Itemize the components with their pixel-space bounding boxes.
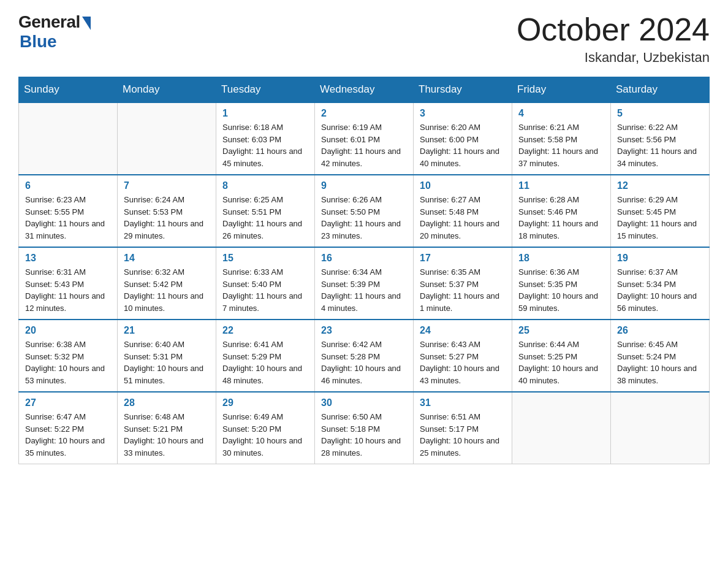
day-info: Sunrise: 6:27 AMSunset: 5:48 PMDaylight:… xyxy=(420,194,506,242)
weekday-header-monday: Monday xyxy=(118,77,216,103)
day-info: Sunrise: 6:28 AMSunset: 5:46 PMDaylight:… xyxy=(518,194,604,242)
day-number: 24 xyxy=(420,325,506,336)
calendar-cell xyxy=(118,102,216,175)
page-header: General Blue October 2024 Iskandar, Uzbe… xyxy=(18,12,710,66)
day-info: Sunrise: 6:38 AMSunset: 5:32 PMDaylight:… xyxy=(25,339,111,386)
calendar-cell: 23Sunrise: 6:42 AMSunset: 5:28 PMDayligh… xyxy=(315,320,414,392)
calendar-cell: 2Sunrise: 6:19 AMSunset: 6:01 PMDaylight… xyxy=(315,102,414,175)
weekday-header-friday: Friday xyxy=(512,77,611,103)
day-info: Sunrise: 6:34 AMSunset: 5:39 PMDaylight:… xyxy=(321,266,407,314)
calendar-cell: 24Sunrise: 6:43 AMSunset: 5:27 PMDayligh… xyxy=(414,320,512,392)
day-info: Sunrise: 6:50 AMSunset: 5:18 PMDaylight:… xyxy=(321,411,407,459)
calendar-cell: 27Sunrise: 6:47 AMSunset: 5:22 PMDayligh… xyxy=(19,392,118,464)
calendar-cell: 16Sunrise: 6:34 AMSunset: 5:39 PMDayligh… xyxy=(315,247,414,320)
calendar-cell: 26Sunrise: 6:45 AMSunset: 5:24 PMDayligh… xyxy=(611,320,710,392)
day-number: 7 xyxy=(124,180,210,191)
day-info: Sunrise: 6:36 AMSunset: 5:35 PMDaylight:… xyxy=(518,266,604,314)
day-number: 2 xyxy=(321,108,407,119)
day-number: 18 xyxy=(518,253,604,264)
day-number: 26 xyxy=(617,325,703,336)
day-info: Sunrise: 6:35 AMSunset: 5:37 PMDaylight:… xyxy=(420,266,506,314)
day-number: 1 xyxy=(222,108,308,119)
day-number: 4 xyxy=(518,108,604,119)
calendar-cell: 29Sunrise: 6:49 AMSunset: 5:20 PMDayligh… xyxy=(216,392,315,464)
calendar-cell xyxy=(512,392,611,464)
day-number: 11 xyxy=(518,180,604,191)
calendar-cell: 11Sunrise: 6:28 AMSunset: 5:46 PMDayligh… xyxy=(512,175,611,247)
calendar-week-row: 13Sunrise: 6:31 AMSunset: 5:43 PMDayligh… xyxy=(19,247,710,320)
day-number: 21 xyxy=(124,325,210,336)
calendar-cell xyxy=(19,102,118,175)
calendar-cell: 28Sunrise: 6:48 AMSunset: 5:21 PMDayligh… xyxy=(118,392,216,464)
calendar-cell: 1Sunrise: 6:18 AMSunset: 6:03 PMDaylight… xyxy=(216,102,315,175)
month-title: October 2024 xyxy=(517,12,710,47)
day-number: 12 xyxy=(617,180,703,191)
calendar-week-row: 20Sunrise: 6:38 AMSunset: 5:32 PMDayligh… xyxy=(19,320,710,392)
weekday-header-sunday: Sunday xyxy=(19,77,118,103)
logo-general-text: General xyxy=(18,12,80,32)
calendar-table: SundayMondayTuesdayWednesdayThursdayFrid… xyxy=(18,77,710,464)
day-number: 8 xyxy=(222,180,308,191)
day-number: 25 xyxy=(518,325,604,336)
day-info: Sunrise: 6:20 AMSunset: 6:00 PMDaylight:… xyxy=(420,121,506,169)
calendar-week-row: 6Sunrise: 6:23 AMSunset: 5:55 PMDaylight… xyxy=(19,175,710,247)
day-info: Sunrise: 6:18 AMSunset: 6:03 PMDaylight:… xyxy=(222,121,308,169)
calendar-week-row: 1Sunrise: 6:18 AMSunset: 6:03 PMDaylight… xyxy=(19,102,710,175)
day-info: Sunrise: 6:48 AMSunset: 5:21 PMDaylight:… xyxy=(124,411,210,459)
day-info: Sunrise: 6:24 AMSunset: 5:53 PMDaylight:… xyxy=(124,194,210,242)
weekday-header-tuesday: Tuesday xyxy=(216,77,315,103)
calendar-cell: 9Sunrise: 6:26 AMSunset: 5:50 PMDaylight… xyxy=(315,175,414,247)
calendar-cell: 7Sunrise: 6:24 AMSunset: 5:53 PMDaylight… xyxy=(118,175,216,247)
title-section: October 2024 Iskandar, Uzbekistan xyxy=(517,12,710,66)
logo-arrow-icon xyxy=(82,17,91,30)
day-info: Sunrise: 6:29 AMSunset: 5:45 PMDaylight:… xyxy=(617,194,703,242)
day-number: 31 xyxy=(420,397,506,408)
day-number: 29 xyxy=(222,397,308,408)
day-info: Sunrise: 6:41 AMSunset: 5:29 PMDaylight:… xyxy=(222,339,308,386)
calendar-cell: 30Sunrise: 6:50 AMSunset: 5:18 PMDayligh… xyxy=(315,392,414,464)
calendar-cell: 22Sunrise: 6:41 AMSunset: 5:29 PMDayligh… xyxy=(216,320,315,392)
day-info: Sunrise: 6:25 AMSunset: 5:51 PMDaylight:… xyxy=(222,194,308,242)
day-number: 23 xyxy=(321,325,407,336)
day-number: 28 xyxy=(124,397,210,408)
calendar-cell: 14Sunrise: 6:32 AMSunset: 5:42 PMDayligh… xyxy=(118,247,216,320)
logo: General Blue xyxy=(18,12,91,52)
day-info: Sunrise: 6:31 AMSunset: 5:43 PMDaylight:… xyxy=(25,266,111,314)
day-info: Sunrise: 6:32 AMSunset: 5:42 PMDaylight:… xyxy=(124,266,210,314)
calendar-cell: 18Sunrise: 6:36 AMSunset: 5:35 PMDayligh… xyxy=(512,247,611,320)
day-info: Sunrise: 6:51 AMSunset: 5:17 PMDaylight:… xyxy=(420,411,506,459)
day-info: Sunrise: 6:21 AMSunset: 5:58 PMDaylight:… xyxy=(518,121,604,169)
logo-blue-text: Blue xyxy=(20,32,57,52)
day-info: Sunrise: 6:22 AMSunset: 5:56 PMDaylight:… xyxy=(617,121,703,169)
day-number: 20 xyxy=(25,325,111,336)
day-number: 22 xyxy=(222,325,308,336)
calendar-cell: 31Sunrise: 6:51 AMSunset: 5:17 PMDayligh… xyxy=(414,392,512,464)
day-info: Sunrise: 6:43 AMSunset: 5:27 PMDaylight:… xyxy=(420,339,506,386)
calendar-cell: 3Sunrise: 6:20 AMSunset: 6:00 PMDaylight… xyxy=(414,102,512,175)
weekday-header-wednesday: Wednesday xyxy=(315,77,414,103)
location: Iskandar, Uzbekistan xyxy=(517,50,710,66)
calendar-cell: 21Sunrise: 6:40 AMSunset: 5:31 PMDayligh… xyxy=(118,320,216,392)
calendar-cell xyxy=(611,392,710,464)
calendar-week-row: 27Sunrise: 6:47 AMSunset: 5:22 PMDayligh… xyxy=(19,392,710,464)
calendar-cell: 5Sunrise: 6:22 AMSunset: 5:56 PMDaylight… xyxy=(611,102,710,175)
day-number: 14 xyxy=(124,253,210,264)
calendar-cell: 6Sunrise: 6:23 AMSunset: 5:55 PMDaylight… xyxy=(19,175,118,247)
day-number: 5 xyxy=(617,108,703,119)
calendar-cell: 8Sunrise: 6:25 AMSunset: 5:51 PMDaylight… xyxy=(216,175,315,247)
day-number: 15 xyxy=(222,253,308,264)
day-number: 10 xyxy=(420,180,506,191)
day-number: 9 xyxy=(321,180,407,191)
day-number: 3 xyxy=(420,108,506,119)
day-info: Sunrise: 6:49 AMSunset: 5:20 PMDaylight:… xyxy=(222,411,308,459)
day-number: 16 xyxy=(321,253,407,264)
day-number: 19 xyxy=(617,253,703,264)
day-number: 30 xyxy=(321,397,407,408)
day-info: Sunrise: 6:26 AMSunset: 5:50 PMDaylight:… xyxy=(321,194,407,242)
day-info: Sunrise: 6:23 AMSunset: 5:55 PMDaylight:… xyxy=(25,194,111,242)
calendar-header-row: SundayMondayTuesdayWednesdayThursdayFrid… xyxy=(19,77,710,103)
calendar-cell: 12Sunrise: 6:29 AMSunset: 5:45 PMDayligh… xyxy=(611,175,710,247)
calendar-cell: 15Sunrise: 6:33 AMSunset: 5:40 PMDayligh… xyxy=(216,247,315,320)
day-info: Sunrise: 6:19 AMSunset: 6:01 PMDaylight:… xyxy=(321,121,407,169)
calendar-cell: 25Sunrise: 6:44 AMSunset: 5:25 PMDayligh… xyxy=(512,320,611,392)
